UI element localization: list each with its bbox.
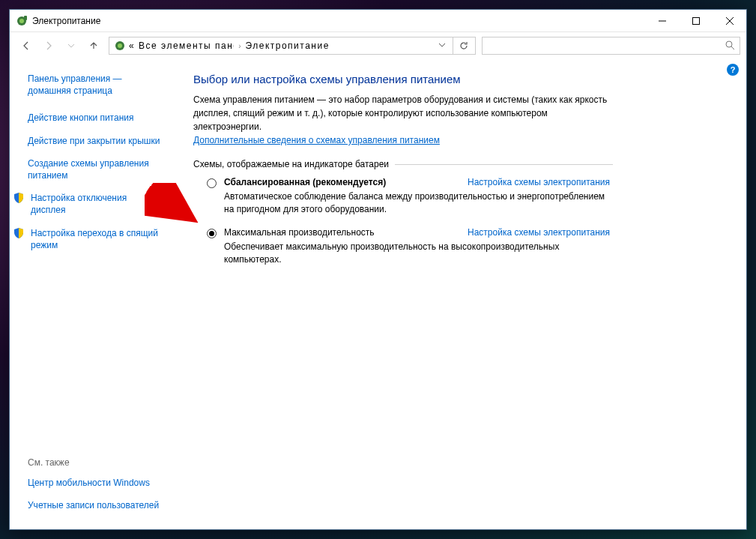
content-area: ? Панель управления — домашняя страница … xyxy=(10,59,746,529)
power-options-window: Электропитание « Все элементы панели упр… xyxy=(9,9,747,530)
sidebar-link-create-plan[interactable]: Создание схемы управления питанием xyxy=(28,157,163,181)
recent-dropdown[interactable] xyxy=(61,35,82,56)
refresh-button[interactable] xyxy=(453,37,474,54)
sidebar-link-display-off[interactable]: Настройка отключения дисплея xyxy=(28,192,163,216)
address-bar[interactable]: « Все элементы панели упра ... › Электро… xyxy=(109,37,476,55)
shield-icon xyxy=(13,192,25,204)
svg-point-1 xyxy=(19,19,24,23)
shield-icon xyxy=(13,227,25,239)
back-button[interactable] xyxy=(16,35,37,56)
search-box[interactable] xyxy=(482,37,740,55)
plan-description: Автоматическое соблюдение баланса между … xyxy=(224,190,610,217)
plan-high-performance: Максимальная производительность Настройк… xyxy=(193,220,613,270)
navbar: « Все элементы панели упра ... › Электро… xyxy=(10,32,746,59)
window-controls xyxy=(645,10,746,31)
maximize-button[interactable] xyxy=(679,10,713,31)
sidebar-see-also-label: См. также xyxy=(28,457,163,468)
plan-balanced: Сбалансированная (рекомендуется) Настрой… xyxy=(193,169,613,220)
power-icon xyxy=(114,40,126,52)
fieldset-legend: Схемы, отображаемые на индикаторе батаре… xyxy=(193,159,613,169)
svg-line-10 xyxy=(731,46,734,49)
more-info-link[interactable]: Дополнительные сведения о схемах управле… xyxy=(193,135,440,145)
svg-rect-2 xyxy=(24,16,27,20)
sidebar-home-link[interactable]: Панель управления — домашняя страница xyxy=(28,73,163,97)
search-icon xyxy=(725,40,735,52)
page-heading: Выбор или настройка схемы управления пит… xyxy=(193,73,613,85)
chevron-right-icon: › xyxy=(238,42,241,50)
radio-balanced[interactable] xyxy=(207,178,217,188)
up-button[interactable] xyxy=(83,35,104,56)
plan-settings-link[interactable]: Настройка схемы электропитания xyxy=(468,177,610,187)
radio-high-performance[interactable] xyxy=(207,229,217,238)
plans-fieldset: Схемы, отображаемые на индикаторе батаре… xyxy=(193,159,613,270)
forward-button[interactable] xyxy=(38,35,59,56)
sidebar-item-label: Настройка перехода в спящий режим xyxy=(31,227,163,251)
plan-name[interactable]: Максимальная производительность xyxy=(224,227,375,238)
search-input[interactable] xyxy=(487,40,725,51)
svg-point-9 xyxy=(726,41,732,47)
titlebar: Электропитание xyxy=(10,10,746,32)
sidebar-link-power-button[interactable]: Действие кнопки питания xyxy=(28,112,163,124)
address-dropdown[interactable] xyxy=(435,40,450,51)
plan-name[interactable]: Сбалансированная (рекомендуется) xyxy=(224,177,386,187)
sidebar-link-lid-close[interactable]: Действие при закрытии крышки xyxy=(28,135,163,147)
svg-point-8 xyxy=(118,43,122,48)
sidebar-link-sleep[interactable]: Настройка перехода в спящий режим xyxy=(28,227,163,251)
sidebar-footer-accounts[interactable]: Учетные записи пользователей xyxy=(28,499,163,511)
plan-description: Обеспечивает максимальную производительн… xyxy=(224,241,610,267)
svg-rect-4 xyxy=(692,17,699,24)
help-icon[interactable]: ? xyxy=(727,64,739,76)
close-button[interactable] xyxy=(713,10,746,31)
breadcrumb-part1[interactable]: « Все элементы панели упра ... xyxy=(129,40,234,51)
plan-settings-link[interactable]: Настройка схемы электропитания xyxy=(468,227,610,238)
sidebar-item-label: Настройка отключения дисплея xyxy=(31,192,163,216)
main-panel: Выбор или настройка схемы управления пит… xyxy=(171,59,635,529)
page-description: Схема управления питанием — это набор па… xyxy=(193,93,613,133)
sidebar: Панель управления — домашняя страница Де… xyxy=(10,59,171,529)
breadcrumb-part2[interactable]: Электропитание xyxy=(245,40,329,51)
power-icon xyxy=(16,15,28,27)
minimize-button[interactable] xyxy=(645,10,679,31)
window-title: Электропитание xyxy=(32,16,645,26)
sidebar-footer-mobility[interactable]: Центр мобильности Windows xyxy=(28,477,163,489)
